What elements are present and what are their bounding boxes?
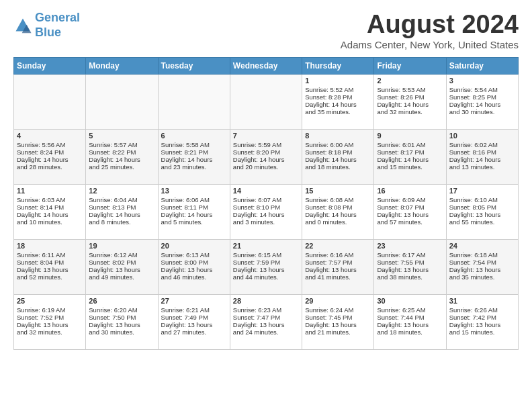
day-number: 31 <box>449 297 515 305</box>
day-info-line: and 52 minutes. <box>17 273 83 281</box>
day-number: 15 <box>305 187 371 195</box>
day-info-line: Daylight: 13 hours <box>233 321 299 328</box>
day-info-line: Daylight: 13 hours <box>161 266 227 273</box>
day-info-line: Sunrise: 6:25 AM <box>377 306 443 314</box>
day-info-line: Sunset: 8:22 PM <box>89 148 154 156</box>
calendar-cell <box>14 74 86 129</box>
day-info-line: and 57 minutes. <box>377 218 443 226</box>
day-info-line: Daylight: 14 hours <box>305 156 371 163</box>
day-info-line: Sunset: 8:16 PM <box>449 148 515 156</box>
calendar-cell: 4Sunrise: 5:56 AMSunset: 8:24 PMDaylight… <box>14 129 86 184</box>
calendar-week-row: 18Sunrise: 6:11 AMSunset: 8:04 PMDayligh… <box>14 239 519 294</box>
day-info-line: Sunset: 7:57 PM <box>305 259 371 266</box>
day-info-line: Daylight: 13 hours <box>377 211 443 218</box>
calendar-cell: 18Sunrise: 6:11 AMSunset: 8:04 PMDayligh… <box>14 239 86 294</box>
day-number: 7 <box>233 132 299 140</box>
day-info-line: and 5 minutes. <box>161 218 227 226</box>
calendar-cell: 29Sunrise: 6:24 AMSunset: 7:45 PMDayligh… <box>302 294 374 349</box>
day-info-line: Sunrise: 6:20 AM <box>89 306 154 314</box>
day-number: 26 <box>89 297 154 305</box>
day-info-line: Sunrise: 6:12 AM <box>89 251 154 259</box>
day-info-line: Sunrise: 6:00 AM <box>305 141 371 148</box>
day-info-line: and 46 minutes. <box>161 273 227 281</box>
day-info-line: Sunset: 7:47 PM <box>233 314 299 321</box>
day-number: 24 <box>449 242 515 250</box>
day-info-line: Sunrise: 6:18 AM <box>449 251 515 259</box>
day-info-line: Sunset: 7:49 PM <box>161 314 227 321</box>
day-info-line: Daylight: 13 hours <box>161 321 227 328</box>
day-info-line: and 21 minutes. <box>305 328 371 336</box>
day-info-line: Sunset: 8:24 PM <box>17 148 83 156</box>
day-info-line: Sunrise: 6:24 AM <box>305 306 371 314</box>
day-info-line: Daylight: 13 hours <box>377 266 443 273</box>
col-header-sunday: Sunday <box>14 57 86 74</box>
day-info-line: Sunrise: 5:54 AM <box>449 86 515 93</box>
day-info-line: Sunset: 8:04 PM <box>17 259 83 266</box>
day-info-line: Daylight: 13 hours <box>89 266 154 273</box>
day-info-line: Daylight: 13 hours <box>449 266 515 273</box>
month-title: August 2024 <box>341 11 519 39</box>
day-info-line: Sunset: 8:21 PM <box>161 148 227 156</box>
day-number: 14 <box>233 187 299 195</box>
day-info-line: Daylight: 14 hours <box>377 156 443 163</box>
day-info-line: Sunset: 8:13 PM <box>89 203 154 211</box>
calendar-cell: 12Sunrise: 6:04 AMSunset: 8:13 PMDayligh… <box>86 184 158 239</box>
day-info-line: and 32 minutes. <box>17 328 83 336</box>
calendar-cell: 20Sunrise: 6:13 AMSunset: 8:00 PMDayligh… <box>158 239 230 294</box>
calendar-cell: 8Sunrise: 6:00 AMSunset: 8:18 PMDaylight… <box>302 129 374 184</box>
day-number: 4 <box>17 132 83 140</box>
calendar-cell: 26Sunrise: 6:20 AMSunset: 7:50 PMDayligh… <box>86 294 158 349</box>
day-info-line: Sunset: 8:26 PM <box>377 93 443 101</box>
day-info-line: and 18 minutes. <box>377 328 443 336</box>
day-info-line: and 8 minutes. <box>89 218 154 226</box>
col-header-monday: Monday <box>86 57 158 74</box>
day-number: 25 <box>17 297 83 305</box>
calendar-cell: 19Sunrise: 6:12 AMSunset: 8:02 PMDayligh… <box>86 239 158 294</box>
day-number: 1 <box>305 77 371 85</box>
day-info-line: and 30 minutes. <box>89 328 154 336</box>
day-info-line: Sunset: 7:42 PM <box>449 314 515 321</box>
day-info-line: Sunrise: 5:58 AM <box>161 141 227 148</box>
col-header-wednesday: Wednesday <box>230 57 302 74</box>
calendar-cell: 27Sunrise: 6:21 AMSunset: 7:49 PMDayligh… <box>158 294 230 349</box>
calendar-cell: 6Sunrise: 5:58 AMSunset: 8:21 PMDaylight… <box>158 129 230 184</box>
day-number: 30 <box>377 297 443 305</box>
day-info-line: Sunset: 7:44 PM <box>377 314 443 321</box>
day-info-line: Sunset: 8:28 PM <box>305 93 371 101</box>
day-info-line: Sunrise: 6:04 AM <box>89 196 154 203</box>
day-info-line: Daylight: 13 hours <box>449 321 515 328</box>
calendar-week-row: 1Sunrise: 5:52 AMSunset: 8:28 PMDaylight… <box>14 74 519 129</box>
day-info-line: Sunset: 7:52 PM <box>17 314 83 321</box>
day-info-line: Sunset: 8:08 PM <box>305 203 371 211</box>
day-info-line: and 35 minutes. <box>305 108 371 116</box>
day-number: 20 <box>161 242 227 250</box>
day-info-line: Sunrise: 6:17 AM <box>377 251 443 259</box>
day-number: 11 <box>17 187 83 195</box>
day-number: 13 <box>161 187 227 195</box>
day-info-line: Sunset: 8:20 PM <box>233 148 299 156</box>
day-info-line: Sunrise: 6:23 AM <box>233 306 299 314</box>
day-info-line: Sunrise: 6:10 AM <box>449 196 515 203</box>
day-info-line: and 49 minutes. <box>89 273 154 281</box>
day-info-line: Daylight: 14 hours <box>305 101 371 108</box>
day-info-line: Sunset: 8:05 PM <box>449 203 515 211</box>
day-info-line: Sunrise: 5:57 AM <box>89 141 154 148</box>
location: Adams Center, New York, United States <box>341 39 519 50</box>
day-info-line: and 28 minutes. <box>17 163 83 171</box>
day-info-line: Sunset: 8:17 PM <box>377 148 443 156</box>
day-info-line: and 44 minutes. <box>233 273 299 281</box>
day-info-line: and 13 minutes. <box>449 163 515 171</box>
calendar-cell: 11Sunrise: 6:03 AMSunset: 8:14 PMDayligh… <box>14 184 86 239</box>
calendar-cell: 5Sunrise: 5:57 AMSunset: 8:22 PMDaylight… <box>86 129 158 184</box>
day-info-line: Sunrise: 6:19 AM <box>17 306 83 314</box>
calendar-cell <box>230 74 302 129</box>
day-info-line: Sunset: 8:14 PM <box>17 203 83 211</box>
day-info-line: Sunset: 7:50 PM <box>89 314 154 321</box>
day-info-line: Sunrise: 6:06 AM <box>161 196 227 203</box>
day-number: 2 <box>377 77 443 85</box>
calendar-cell: 10Sunrise: 6:02 AMSunset: 8:16 PMDayligh… <box>446 129 518 184</box>
day-number: 16 <box>377 187 443 195</box>
day-info-line: Sunset: 8:07 PM <box>377 203 443 211</box>
day-info-line: Sunset: 8:25 PM <box>449 93 515 101</box>
calendar-cell: 1Sunrise: 5:52 AMSunset: 8:28 PMDaylight… <box>302 74 374 129</box>
